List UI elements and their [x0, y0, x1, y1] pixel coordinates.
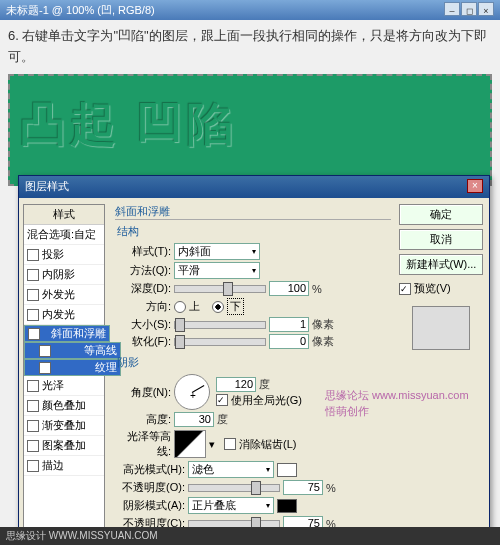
- style-checkbox[interactable]: [27, 380, 39, 392]
- page-footer: 思缘设计 WWW.MISSYUAN.COM: [0, 527, 500, 545]
- shadow-mode-select[interactable]: 正片叠底▾: [188, 497, 274, 514]
- technique-select[interactable]: 平滑▾: [174, 262, 260, 279]
- preview-checkbox[interactable]: [399, 283, 411, 295]
- depth-input[interactable]: 100: [269, 281, 309, 296]
- style-item-内发光[interactable]: 内发光: [24, 305, 104, 325]
- angle-dial[interactable]: +: [174, 374, 210, 410]
- styles-list: 样式 混合选项:自定 投影内阴影外发光内发光斜面和浮雕等高线纹理光泽颜色叠加渐变…: [23, 204, 105, 533]
- style-checkbox[interactable]: [27, 249, 39, 261]
- style-item-描边[interactable]: 描边: [24, 456, 104, 476]
- depth-slider[interactable]: [174, 285, 266, 293]
- close-button[interactable]: ×: [478, 2, 494, 16]
- canvas-area: 凸起 凹陷: [8, 74, 492, 186]
- gloss-label: 光泽等高线:: [115, 429, 171, 459]
- antialias-checkbox[interactable]: [224, 438, 236, 450]
- chevron-down-icon: ▾: [252, 247, 256, 256]
- direction-up-radio[interactable]: [174, 301, 186, 313]
- size-input[interactable]: 1: [269, 317, 309, 332]
- dialog-title: 图层样式: [25, 179, 69, 195]
- technique-label: 方法(Q):: [115, 263, 171, 278]
- preview-box: [412, 306, 470, 350]
- maximize-button[interactable]: ◻: [461, 2, 477, 16]
- style-checkbox[interactable]: [39, 362, 51, 374]
- highlight-mode-label: 高光模式(H):: [115, 462, 185, 477]
- style-checkbox[interactable]: [28, 328, 40, 340]
- style-label: 样式(T):: [115, 244, 171, 259]
- highlight-mode-select[interactable]: 滤色▾: [188, 461, 274, 478]
- style-checkbox[interactable]: [27, 400, 39, 412]
- ok-button[interactable]: 确定: [399, 204, 483, 225]
- highlight-opacity-label: 不透明度(O):: [115, 480, 185, 495]
- gloss-contour[interactable]: [174, 430, 206, 458]
- instruction-text: 6. 右键单击文字为"凹陷"的图层，跟上面一段执行相同的操作，只是将方向改为下即…: [0, 20, 500, 74]
- style-item-图案叠加[interactable]: 图案叠加: [24, 436, 104, 456]
- document-title: 未标题-1 @ 100% (凹, RGB/8): [6, 2, 155, 18]
- style-checkbox[interactable]: [27, 440, 39, 452]
- style-item-纹理[interactable]: 纹理: [24, 359, 121, 376]
- chevron-down-icon: ▾: [266, 465, 270, 474]
- blend-options[interactable]: 混合选项:自定: [24, 225, 104, 245]
- dialog-close-button[interactable]: ×: [467, 179, 483, 193]
- structure-heading: 结构: [117, 224, 391, 239]
- soften-label: 软化(F):: [115, 334, 171, 349]
- soften-slider[interactable]: [174, 338, 266, 346]
- watermark: 悟萌创作: [325, 404, 369, 419]
- highlight-opacity-slider[interactable]: [188, 484, 280, 492]
- depth-label: 深度(D):: [115, 281, 171, 296]
- altitude-input[interactable]: 30: [174, 412, 214, 427]
- style-item-渐变叠加[interactable]: 渐变叠加: [24, 416, 104, 436]
- minimize-button[interactable]: –: [444, 2, 460, 16]
- size-label: 大小(S):: [115, 317, 171, 332]
- global-light-checkbox[interactable]: [216, 394, 228, 406]
- soften-input[interactable]: 0: [269, 334, 309, 349]
- layer-style-dialog: 图层样式 × 样式 混合选项:自定 投影内阴影外发光内发光斜面和浮雕等高线纹理光…: [18, 175, 490, 540]
- chevron-down-icon[interactable]: ▾: [209, 438, 215, 451]
- direction-down-radio[interactable]: [212, 301, 224, 313]
- panel-group-title: 斜面和浮雕: [115, 204, 391, 220]
- style-checkbox[interactable]: [27, 420, 39, 432]
- watermark: 思缘论坛 www.missyuan.com: [325, 388, 469, 403]
- style-checkbox[interactable]: [27, 460, 39, 472]
- cancel-button[interactable]: 取消: [399, 229, 483, 250]
- shading-heading: 阴影: [117, 355, 391, 370]
- style-checkbox[interactable]: [27, 309, 39, 321]
- bevel-panel: 斜面和浮雕 结构 样式(T):内斜面▾ 方法(Q):平滑▾ 深度(D):100%…: [109, 198, 397, 539]
- emboss-sample: 凸起 凹陷: [10, 76, 490, 174]
- size-slider[interactable]: [174, 321, 266, 329]
- angle-input[interactable]: 120: [216, 377, 256, 392]
- shadow-color-swatch[interactable]: [277, 499, 297, 513]
- highlight-color-swatch[interactable]: [277, 463, 297, 477]
- highlight-opacity-input[interactable]: 75: [283, 480, 323, 495]
- style-select[interactable]: 内斜面▾: [174, 243, 260, 260]
- new-style-button[interactable]: 新建样式(W)...: [399, 254, 483, 275]
- document-titlebar: 未标题-1 @ 100% (凹, RGB/8) – ◻ ×: [0, 0, 500, 20]
- style-checkbox[interactable]: [39, 345, 51, 357]
- dialog-titlebar[interactable]: 图层样式 ×: [19, 176, 489, 198]
- style-checkbox[interactable]: [27, 289, 39, 301]
- style-item-外发光[interactable]: 外发光: [24, 285, 104, 305]
- style-item-光泽[interactable]: 光泽: [24, 376, 104, 396]
- style-item-投影[interactable]: 投影: [24, 245, 104, 265]
- style-item-等高线[interactable]: 等高线: [24, 342, 121, 359]
- style-item-颜色叠加[interactable]: 颜色叠加: [24, 396, 104, 416]
- styles-header: 样式: [24, 205, 104, 225]
- angle-label: 角度(N):: [115, 385, 171, 400]
- chevron-down-icon: ▾: [266, 501, 270, 510]
- chevron-down-icon: ▾: [252, 266, 256, 275]
- style-checkbox[interactable]: [27, 269, 39, 281]
- style-item-内阴影[interactable]: 内阴影: [24, 265, 104, 285]
- style-item-斜面和浮雕[interactable]: 斜面和浮雕: [24, 325, 110, 342]
- direction-label: 方向:: [115, 299, 171, 314]
- altitude-label: 高度:: [115, 412, 171, 427]
- shadow-mode-label: 阴影模式(A):: [115, 498, 185, 513]
